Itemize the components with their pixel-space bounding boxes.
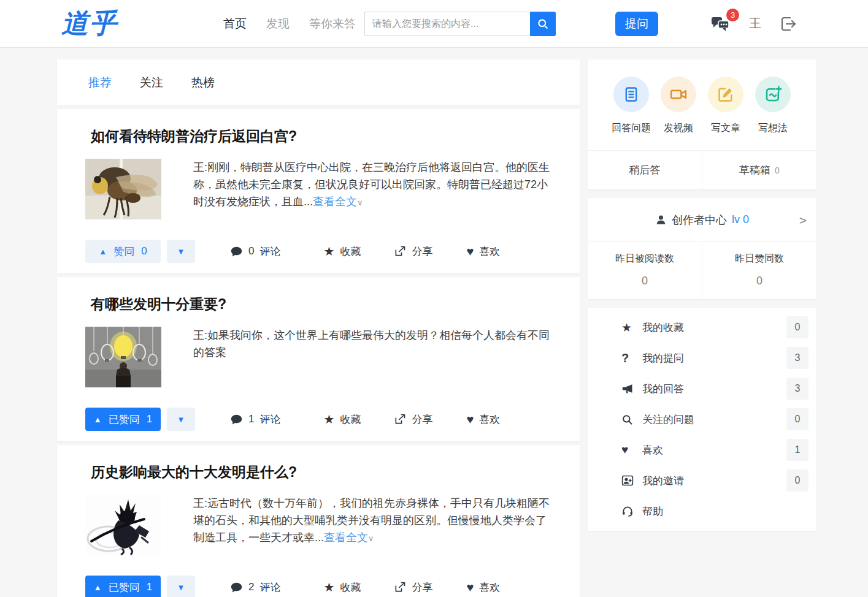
- question-thumbnail-fly[interactable]: [85, 159, 161, 219]
- star-icon: ★: [323, 413, 334, 425]
- share-action[interactable]: 分享: [394, 245, 432, 259]
- up-triangle-icon: ▲: [94, 415, 102, 424]
- star-icon: ★: [323, 581, 334, 593]
- answer-later-link[interactable]: 稍后答: [588, 151, 702, 189]
- search-icon: [621, 414, 642, 425]
- stat-yesterday-reads: 昨日被阅读数 0: [588, 242, 702, 299]
- question-card: 历史影响最大的十大发明是什么?: [57, 445, 580, 597]
- question-excerpt: 王:远古时代（数十万年前），我们的祖先赤身裸体，手中只有几块粗陋不堪的石头，和其…: [193, 495, 555, 555]
- comment-action[interactable]: 2评论: [230, 580, 280, 595]
- creator-panel: 回答问题 发视频: [588, 59, 816, 189]
- write-article-action[interactable]: 写文章: [704, 77, 747, 135]
- stat-yesterday-upvotes: 昨日赞同数 0: [702, 242, 816, 299]
- nav-item-discover[interactable]: 发现: [266, 16, 290, 32]
- search-input[interactable]: [364, 12, 530, 36]
- menu-help[interactable]: 帮助: [588, 496, 816, 527]
- menu-count-badge: 0: [786, 408, 808, 430]
- question-title[interactable]: 历史影响最大的十大发明是什么?: [91, 463, 555, 482]
- question-excerpt: 王:如果我问你，这个世界上有哪些最伟大的发明？相信每个人都会有不同的答案: [193, 327, 555, 387]
- answer-document-icon: [613, 77, 649, 112]
- post-video-action[interactable]: 发视频: [657, 77, 700, 135]
- share-icon: [394, 581, 406, 593]
- chevron-down-icon: ∨: [357, 198, 363, 207]
- question-mark-icon: ?: [621, 351, 642, 365]
- upvote-button[interactable]: ▲ 已赞同1: [85, 408, 161, 431]
- comment-action[interactable]: 0评论: [230, 245, 280, 259]
- menu-count-badge: 3: [786, 378, 808, 400]
- question-thumbnail-lightbulbs[interactable]: [85, 327, 161, 387]
- question-title[interactable]: 有哪些发明十分重要?: [91, 295, 555, 314]
- menu-count-badge: 1: [786, 439, 808, 461]
- search-box: [364, 12, 556, 36]
- menu-my-invitations[interactable]: 我的邀请 0: [588, 465, 816, 496]
- tab-following[interactable]: 关注: [140, 75, 163, 91]
- see-more-link[interactable]: 查看全文∨: [313, 196, 363, 208]
- like-action[interactable]: ♥ 喜欢: [466, 245, 500, 259]
- user-menu: ★ 我的收藏 0 ? 我的提问 3 我的回答 3: [588, 308, 816, 531]
- tab-hot[interactable]: 热榜: [191, 75, 215, 91]
- logout-icon[interactable]: [780, 15, 797, 32]
- star-icon: ★: [323, 245, 334, 257]
- ask-question-button[interactable]: 提问: [615, 12, 658, 36]
- nav-item-home[interactable]: 首页: [223, 16, 247, 32]
- top-navigation-bar: 道乎 首页 发现 等你来答 提问: [0, 0, 868, 48]
- question-card: 如何看待特朗普治疗后返回白宫?: [57, 109, 580, 273]
- creator-center-link[interactable]: 创作者中心 lv 0 >: [588, 198, 816, 241]
- question-card: 有哪些发明十分重要?: [57, 277, 580, 441]
- downvote-button[interactable]: ▼: [167, 576, 195, 597]
- share-icon: [394, 413, 406, 425]
- upvote-button[interactable]: ▲ 已赞同1: [85, 576, 161, 597]
- menu-followed-questions[interactable]: 关注的问题 0: [588, 404, 816, 435]
- message-count-badge: 3: [726, 9, 739, 21]
- upvote-button[interactable]: ▲ 赞同0: [85, 240, 161, 263]
- search-button[interactable]: [530, 12, 556, 36]
- write-article-icon: [708, 77, 743, 112]
- downvote-button[interactable]: ▼: [167, 408, 195, 431]
- question-actions: ▲ 赞同0 ▼ 0评论 ★ 收藏 分享: [85, 240, 555, 263]
- drafts-link[interactable]: 草稿箱 0: [702, 151, 816, 189]
- invite-people-icon: [621, 474, 642, 487]
- heart-icon: ♥: [466, 413, 474, 425]
- menu-count-badge: 0: [786, 316, 808, 338]
- menu-my-questions[interactable]: ? 我的提问 3: [588, 343, 816, 373]
- menu-likes[interactable]: ♥ 喜欢 1: [588, 435, 816, 465]
- share-action[interactable]: 分享: [394, 580, 432, 595]
- see-more-link[interactable]: 查看全文∨: [324, 531, 374, 544]
- collect-action[interactable]: ★ 收藏: [323, 413, 361, 427]
- menu-my-answers[interactable]: 我的回答 3: [588, 373, 816, 404]
- collect-action[interactable]: ★ 收藏: [323, 580, 361, 595]
- menu-count-badge: 3: [786, 347, 808, 369]
- question-thumbnail-ink-art[interactable]: [85, 495, 161, 555]
- headset-icon: [621, 505, 642, 517]
- user-area: 3 王: [711, 15, 797, 32]
- menu-my-collections[interactable]: ★ 我的收藏 0: [588, 312, 816, 343]
- share-action[interactable]: 分享: [394, 413, 432, 427]
- person-icon: [655, 214, 667, 226]
- comment-action[interactable]: 1评论: [230, 413, 280, 427]
- like-action[interactable]: ♥ 喜欢: [466, 413, 500, 427]
- menu-count-badge: 0: [786, 470, 808, 492]
- write-idea-action[interactable]: 写想法: [751, 77, 794, 135]
- question-title[interactable]: 如何看待特朗普治疗后返回白宫?: [91, 127, 555, 146]
- drafts-count: 0: [775, 165, 780, 175]
- up-triangle-icon: ▲: [99, 247, 107, 256]
- nav-item-waiting-answer[interactable]: 等你来答: [309, 16, 356, 32]
- collect-action[interactable]: ★ 收藏: [323, 245, 361, 259]
- up-triangle-icon: ▲: [94, 583, 102, 592]
- tab-recommended[interactable]: 推荐: [88, 75, 112, 91]
- downvote-button[interactable]: ▼: [167, 240, 195, 263]
- chevron-right-icon: >: [799, 213, 807, 227]
- creator-level: lv 0: [732, 213, 749, 226]
- heart-icon: ♥: [466, 245, 474, 257]
- username-link[interactable]: 王: [749, 15, 761, 32]
- messages-button[interactable]: 3: [711, 15, 731, 32]
- question-excerpt: 王:刚刚，特朗普从医疗中心出院，在三晚治疗后他将返回白宫。他的医生称，虽然他未完…: [193, 159, 555, 219]
- question-actions: ▲ 已赞同1 ▼ 1评论 ★ 收藏 分享: [85, 408, 555, 431]
- heart-icon: ♥: [466, 581, 474, 593]
- chevron-down-icon: ∨: [368, 534, 374, 543]
- answer-question-action[interactable]: 回答问题: [610, 77, 653, 135]
- like-action[interactable]: ♥ 喜欢: [466, 580, 500, 595]
- site-logo[interactable]: 道乎: [61, 6, 118, 42]
- star-icon: ★: [621, 321, 642, 335]
- main-nav: 首页 发现 等你来答: [223, 16, 356, 32]
